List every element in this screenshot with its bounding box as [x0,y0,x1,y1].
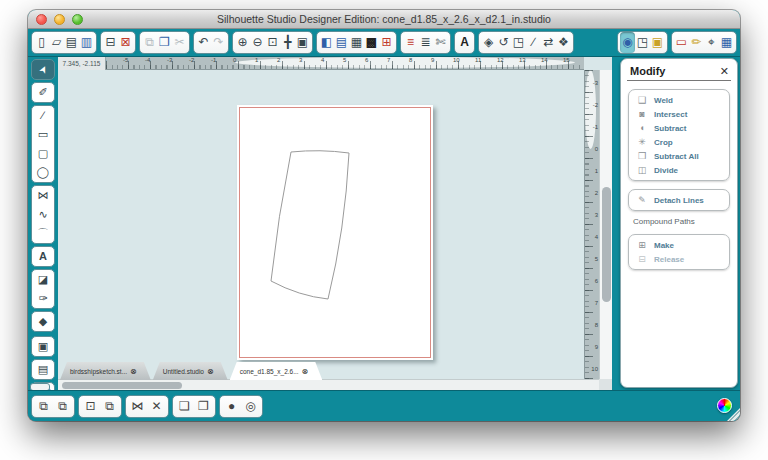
tab-close-icon[interactable]: ⊗ [207,367,214,376]
line-tool-icon[interactable]: ∕ [32,106,54,125]
intersect-button[interactable]: ◙ Intersect [629,107,729,121]
transfer-panel-icon[interactable]: ◳ [635,32,650,53]
bring-forward-icon[interactable]: ❏ [175,396,194,417]
dropper-tool[interactable]: ◆ [31,311,55,332]
new-document-icon[interactable]: ▯ [34,32,49,53]
fit-to-page-icon[interactable]: ▣ [295,32,310,53]
send-to-cutter-icon[interactable]: ⊠ [118,32,133,53]
paste-icon[interactable]: ❐ [157,32,172,53]
dropper-icon: ◆ [32,312,54,331]
fill-color-icon[interactable]: ◧ [319,32,334,53]
horizontal-scrollbar[interactable] [58,379,599,390]
text-tool[interactable]: A [31,246,55,267]
ellipse-tool-icon[interactable]: ◯ [32,163,54,182]
scale-icon[interactable]: ◳ [511,32,526,53]
line-window-icon[interactable]: ▭ [674,32,689,53]
transform-group: ◈ ↺ ◳ ∕ ⇄ ❖ [478,31,574,54]
vertical-ruler: -3-2-1012345678910 [584,70,599,379]
vertical-scrollbar-thumb[interactable] [602,187,611,302]
polygon-tool-icon[interactable]: ⋈ [32,186,54,205]
pan-icon[interactable]: ╋ [280,32,295,53]
color-wheel-icon[interactable] [717,398,732,413]
ungroup-icon[interactable]: ⧉ [53,396,72,417]
edit-points-tool[interactable]: ✐ [31,82,55,103]
release-compound-button[interactable]: ⊟ Release [629,252,729,266]
save-icon[interactable]: ▤ [64,32,79,53]
print-group: ⊟ ⊠ [100,31,136,54]
divide-button[interactable]: ◫ Divide [629,163,729,177]
registration-marks-icon[interactable]: ⊞ [379,32,394,53]
freehand-tool-icon[interactable]: ⌒ [32,224,54,243]
horizontal-scrollbar-thumb[interactable] [62,382,182,389]
open-icon[interactable]: ▱ [49,32,64,53]
move-icon[interactable]: ◈ [481,32,496,53]
tab-birdsshipsketch[interactable]: birdsshipsketch.st... ⊗ [60,362,151,380]
draw-shapes-group: ∕ ▭ ▢ ◯ [31,105,55,183]
library-icon: ▤ [32,360,54,379]
compound-paths-label: Compound Paths [633,217,737,226]
tab-label: cone_d1.85_x_2.6... [240,368,299,375]
redo-icon[interactable]: ↷ [211,32,226,53]
fill-panel-icon[interactable]: ▣ [650,32,665,53]
rectangle-tool-icon[interactable]: ▭ [32,125,54,144]
cut-style-icon[interactable]: ✄ [433,32,448,53]
registration-target-icon[interactable]: ◎ [241,396,260,417]
make-compound-button[interactable]: ⊞ Make [629,238,729,252]
weld-shape-icon[interactable]: ● [222,396,241,417]
line-color-icon[interactable]: ≡ [403,32,418,53]
sketch-pen-icon[interactable]: ✏ [689,32,704,53]
crop-icon: ✳ [636,137,648,147]
release-compound-icon: ⊟ [636,254,648,264]
mirror-icon[interactable]: ⋈ [128,396,147,417]
rotate-icon[interactable]: ↺ [496,32,511,53]
subtract-button[interactable]: ◖ Subtract [629,121,729,135]
page-group: ◧ ▤ ▦ ▩ ⊞ [316,31,397,54]
print-icon[interactable]: ⊟ [103,32,118,53]
knife-tool-icon[interactable]: ✑ [32,289,54,308]
center-icon[interactable]: ⇄ [541,32,556,53]
eraser-tool-icon[interactable]: ◪ [32,270,54,289]
subtract-all-button[interactable]: ❒ Subtract All [629,149,729,163]
text-options-icon[interactable]: A [457,32,472,53]
tab-close-icon[interactable]: ⊗ [302,367,309,376]
select-tool[interactable]: ➤ [31,59,55,80]
weld-button[interactable]: ❑ Weld [629,93,729,107]
vertical-scrollbar[interactable] [599,70,612,379]
pattern-fill-icon[interactable]: ▦ [349,32,364,53]
drag-zoom-icon[interactable]: ⊡ [265,32,280,53]
trace-icon[interactable]: ⌖ [704,32,719,53]
line-segment-icon[interactable]: ∕ [526,32,541,53]
shadow-fill-icon[interactable]: ▩ [364,32,379,53]
canvas[interactable]: -7-6-5-4-3-2-10123456789101112131415 7.3… [58,57,612,390]
duplicate-icon[interactable]: ⧉ [100,396,119,417]
modify-panel-icon[interactable]: ◉ [620,32,635,53]
line-style-icon[interactable]: ≣ [418,32,433,53]
rounded-rectangle-tool-icon[interactable]: ▢ [32,144,54,163]
crop-button[interactable]: ✳ Crop [629,135,729,149]
tab-cone-active[interactable]: cone_d1.85_x_2.6... ⊗ [230,362,323,380]
page-setup-icon[interactable]: ▤ [334,32,349,53]
detach-lines-button[interactable]: ✎ Detach Lines [629,193,729,207]
tab-close-icon[interactable]: ⊗ [130,367,137,376]
zoom-out-icon[interactable]: ⊖ [250,32,265,53]
page-tools-button[interactable]: ▣ [31,336,55,357]
page-tools-icon: ▣ [32,337,54,356]
cut-icon[interactable]: ✂ [172,32,187,53]
cone-template-shape[interactable] [237,105,433,360]
send-backward-icon[interactable]: ❐ [194,396,213,417]
undo-icon[interactable]: ↶ [196,32,211,53]
curve-tool-icon[interactable]: ∿ [32,205,54,224]
save-to-library-icon[interactable]: ▥ [79,32,94,53]
tab-untitled[interactable]: Untitled.studio ⊗ [153,362,228,380]
delete-icon[interactable]: ✕ [147,396,166,417]
shear-icon[interactable]: ❖ [556,32,571,53]
document-page[interactable] [237,105,433,360]
select-same-icon[interactable]: ⊡ [81,396,100,417]
close-panel-icon[interactable]: ✕ [720,65,729,78]
library-button[interactable]: ▤ [31,359,55,380]
make-compound-icon: ⊞ [636,240,648,250]
zoom-in-icon[interactable]: ⊕ [235,32,250,53]
grid-icon[interactable]: ▦ [719,32,734,53]
group-icon[interactable]: ⧉ [34,396,53,417]
copy-icon[interactable]: ⧉ [142,32,157,53]
